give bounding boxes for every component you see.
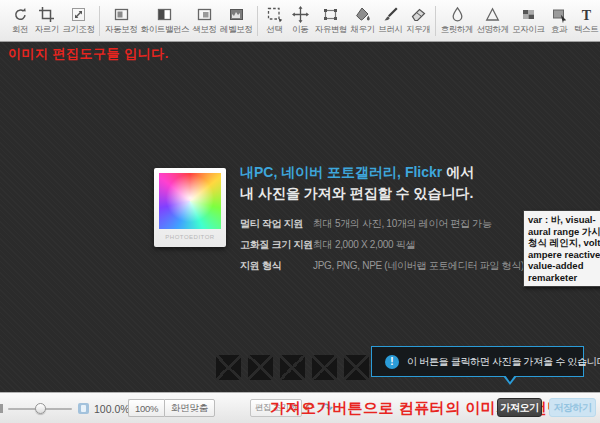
intro-heading-line1: 내PC, 네이버 포토갤러리, Flickr 에서 <box>240 162 530 183</box>
tool-eraser[interactable]: 지우개 <box>404 1 432 41</box>
mosaic-icon <box>520 5 537 23</box>
tool-crop[interactable]: 자르기 <box>33 1 61 41</box>
zoom-percentage: 100.0% <box>94 403 130 415</box>
spec-row: 지원 형식JPG, PNG, NPE (네이버랩 포토에디터 파일 형식) <box>240 259 530 273</box>
photo-editor-window: 회전자르기크기조정자동보정화이트밸런스색보정레벨보정선택이동자유변형채우기브러시… <box>0 0 600 423</box>
thumbnail-placeholder <box>344 355 369 380</box>
tool-label: 흐릿하게 <box>441 24 473 36</box>
tool-select[interactable]: 선택 <box>261 1 287 41</box>
photoeditor-logo: PHOTOEDITOR <box>154 168 226 247</box>
tool-label: 효과 <box>551 24 567 36</box>
tooltip-tail <box>503 376 517 385</box>
zoom-slider[interactable] <box>8 401 72 416</box>
tool-label: 선택 <box>266 24 282 36</box>
spec-label: 고화질 크기 지원 <box>240 238 313 252</box>
tool-sharpen[interactable]: 선명하게 <box>475 1 511 41</box>
tool-label: 색보정 <box>192 24 216 36</box>
effect-icon <box>551 5 568 23</box>
thumbnail-placeholder <box>312 355 337 380</box>
tool-color-adjust[interactable]: 색보정 <box>191 1 219 41</box>
import-hint-tooltip: ! 이 버튼을 클릭하면 사진을 가져올 수 있습니다. <box>371 346 584 377</box>
tool-label: 브러시 <box>378 24 402 36</box>
sharpen-icon <box>484 5 501 23</box>
tool-auto-adjust[interactable]: 자동보정 <box>103 1 139 41</box>
tool-label: 화이트밸런스 <box>141 24 190 36</box>
heading-rest: 에서 <box>442 164 474 180</box>
zoom-indicator-icon <box>78 403 89 414</box>
spec-list: 멀티 작업 지원최대 5개의 사진, 10개의 레이어 편집 가능고화질 크기 … <box>240 217 530 273</box>
tool-effect[interactable]: 효과 <box>546 1 572 41</box>
zoom-100-button[interactable]: 100% <box>128 399 164 417</box>
zoom-button-group: 100% 화면맞춤 <box>128 399 215 417</box>
info-icon: ! <box>385 355 399 369</box>
color-adjust-icon <box>196 5 213 23</box>
toolbar-divider <box>435 6 436 36</box>
dictionary-tooltip: var : 바, visual-aural range 가시 청식 레인지, v… <box>523 210 600 287</box>
tool-label: 자르기 <box>35 24 59 36</box>
toolbar-divider <box>99 6 100 36</box>
intro-heading-line2: 내 사진을 가져와 편집할 수 있습니다. <box>240 183 530 204</box>
tool-fill[interactable]: 채우기 <box>349 1 377 41</box>
spec-row: 멀티 작업 지원최대 5개의 사진, 10개의 레이어 편집 가능 <box>240 217 530 231</box>
resize-icon <box>70 5 87 23</box>
tool-label: 레벨보정 <box>220 24 252 36</box>
eraser-icon <box>410 5 427 23</box>
tool-resize[interactable]: 크기조정 <box>61 1 97 41</box>
spec-value: JPG, PNG, NPE (네이버랩 포토에디터 파일 형식) <box>313 259 524 273</box>
crop-icon <box>38 5 55 23</box>
toolbar: 회전자르기크기조정자동보정화이트밸런스색보정레벨보정선택이동자유변형채우기브러시… <box>0 0 600 42</box>
tool-label: 이동 <box>292 24 308 36</box>
auto-adjust-icon <box>113 5 130 23</box>
spec-row: 고화질 크기 지원최대 2,000 X 2,000 픽셀 <box>240 238 530 252</box>
thumbnail-strip <box>216 355 369 380</box>
tool-brush[interactable]: 브러시 <box>377 1 405 41</box>
annotation-top-note: 이미지 편집도구들 입니다. <box>8 45 169 63</box>
tool-free-transform[interactable]: 자유변형 <box>313 1 349 41</box>
tool-label: 모자이크 <box>512 24 544 36</box>
level-adjust-icon <box>228 5 245 23</box>
tool-label: 지우개 <box>406 24 430 36</box>
spec-label: 지원 형식 <box>240 259 313 273</box>
import-button[interactable]: 가져오기 <box>497 398 542 417</box>
heading-highlight: 내PC, 네이버 포토갤러리, Flickr <box>240 164 442 180</box>
zoom-slider-thumb[interactable] <box>35 403 46 414</box>
tool-text[interactable]: T텍스트 <box>572 1 600 41</box>
tool-rotate[interactable]: 회전 <box>7 1 33 41</box>
tool-label: 채우기 <box>351 24 375 36</box>
tool-blur[interactable]: 흐릿하게 <box>439 1 475 41</box>
select-icon <box>266 5 283 23</box>
brush-icon <box>382 5 399 23</box>
tool-label: 회전 <box>12 24 28 36</box>
fill-icon <box>354 5 371 23</box>
thumbnail-placeholder <box>216 355 241 380</box>
tool-mosaic[interactable]: 모자이크 <box>511 1 547 41</box>
white-balance-icon <box>156 5 173 23</box>
tool-label: 선명하게 <box>476 24 508 36</box>
intro-block: 내PC, 네이버 포토갤러리, Flickr 에서 내 사진을 가져와 편집할 … <box>240 162 530 280</box>
thumbnail-placeholder <box>248 355 273 380</box>
bottom-bar: 100.0% 100% 화면맞춤 편집 초기화 가져오기버튼으로 컴퓨터의 이미… <box>0 392 600 423</box>
canvas-area: 이미지 편집도구들 입니다. PHOTOEDITOR 내PC, 네이버 포토갤러… <box>0 42 600 392</box>
move-icon <box>292 5 309 23</box>
blur-icon <box>449 5 466 23</box>
rainbow-gradient-image <box>159 173 221 229</box>
toolbar-divider <box>257 6 258 36</box>
save-button[interactable]: 저장하기 <box>549 398 596 417</box>
spec-value: 최대 5개의 사진, 10개의 레이어 편집 가능 <box>313 217 492 231</box>
fit-screen-button[interactable]: 화면맞춤 <box>164 399 215 417</box>
thumbnail-placeholder <box>280 355 305 380</box>
tool-white-balance[interactable]: 화이트밸런스 <box>139 1 191 41</box>
tool-move[interactable]: 이동 <box>287 1 313 41</box>
slider-end-tick <box>0 404 3 413</box>
text-icon: T <box>578 5 595 23</box>
tool-level-adjust[interactable]: 레벨보정 <box>218 1 254 41</box>
tooltip-text: 이 버튼을 클릭하면 사진을 가져올 수 있습니다. <box>407 355 600 369</box>
tool-label: 크기조정 <box>62 24 94 36</box>
free-transform-icon <box>322 5 339 23</box>
spec-value: 최대 2,000 X 2,000 픽셀 <box>313 238 415 252</box>
logo-text: PHOTOEDITOR <box>159 229 221 245</box>
spec-label: 멀티 작업 지원 <box>240 217 313 231</box>
tool-label: 텍스트 <box>574 24 598 36</box>
svg-text:T: T <box>581 7 591 22</box>
tool-label: 자동보정 <box>105 24 137 36</box>
